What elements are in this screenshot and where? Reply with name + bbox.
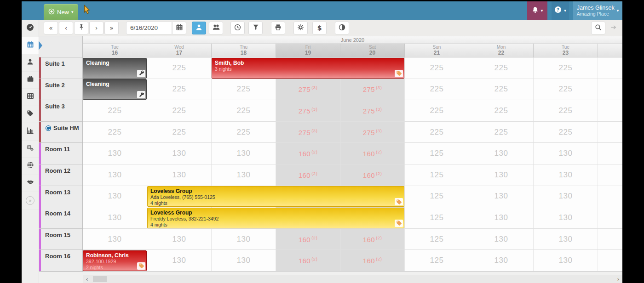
rate-cell[interactable]: 130 [147,164,212,186]
rate-cell[interactable]: 125 [405,250,469,271]
rate-cell[interactable]: 125 [405,207,469,228]
day-header-wed-17[interactable]: Wed17 [147,44,212,57]
date-picker-button[interactable] [172,22,186,34]
day-header-wed-24[interactable]: Wed24 [598,44,622,57]
sidebar-item-settings[interactable] [22,141,39,158]
rate-cell[interactable] [598,79,622,100]
day-header-thu-18[interactable]: Thu18 [212,44,276,57]
rate-cell[interactable]: 130 [534,207,598,228]
rate-cell[interactable]: 160(2) [276,143,340,164]
rate-cell[interactable]: 225 [147,79,212,100]
room-label-room-16[interactable]: Room 16 [39,250,82,272]
rate-cell[interactable]: 275(3) [340,79,405,100]
day-header-tue-23[interactable]: Tue23 [534,44,598,57]
rate-cell[interactable]: 130 [83,229,147,250]
rate-cell[interactable]: 130 [83,186,147,207]
rate-cell[interactable]: 160(2) [276,229,340,250]
rate-cell[interactable]: 225 [83,122,147,143]
rate-cell[interactable] [598,250,622,271]
room-label-suite-2[interactable]: Suite 2 [39,79,82,101]
rate-cell[interactable]: 275(3) [276,122,340,143]
rate-cell[interactable]: 130 [147,229,212,250]
rate-cell[interactable]: 225 [405,79,469,100]
rate-cell[interactable]: 130 [147,143,212,164]
group-view-button[interactable] [209,22,223,34]
rate-cell[interactable] [598,100,622,121]
sidebar-item-availability-grid[interactable] [22,89,39,106]
filter-button[interactable] [248,22,263,34]
sidebar-item-partners[interactable] [22,175,39,192]
rate-cell[interactable] [598,57,622,79]
rate-cell[interactable]: 225 [212,79,276,100]
rate-cell[interactable] [598,164,622,186]
rate-cell[interactable]: 130 [212,229,276,250]
settings-button[interactable] [293,22,308,34]
rate-cell[interactable]: 125 [405,164,469,186]
rate-cell[interactable]: 130 [469,186,534,207]
rate-cell[interactable]: 130 [469,164,534,186]
go-previous-button[interactable]: ‹ [59,22,73,34]
scroll-right-button[interactable]: › [614,276,622,283]
scroll-left-button[interactable]: ‹ [83,276,91,283]
rate-cell[interactable]: 225 [534,57,598,79]
rate-cell[interactable]: 225 [212,100,276,121]
room-label-room-13[interactable]: Room 13 [39,186,82,208]
rate-cell[interactable]: 225 [405,57,469,79]
search-button[interactable] [591,22,605,34]
rate-cell[interactable] [598,186,622,207]
rate-cell[interactable]: 225 [534,100,598,121]
rate-cell[interactable] [598,143,622,164]
contrast-button[interactable] [335,22,349,34]
rate-cell[interactable]: 130 [469,250,534,271]
rate-cell[interactable]: 160(2) [340,143,405,164]
rate-cell[interactable]: 130 [147,250,212,271]
sidebar-item-calendar[interactable] [22,37,39,55]
rate-cell[interactable]: 275(3) [340,122,405,143]
day-header-mon-22[interactable]: Mon22 [469,44,534,57]
rate-cell[interactable]: 130 [534,143,598,164]
go-last-button[interactable]: » [104,22,119,34]
print-button[interactable] [271,22,285,34]
rate-cell[interactable]: 130 [534,229,598,250]
rate-cell[interactable]: 160(2) [340,250,405,271]
notifications-button[interactable]: ▾ [527,1,547,20]
rate-cell[interactable]: 130 [534,250,598,271]
rate-cell[interactable]: 225 [405,122,469,143]
rate-cell[interactable]: 225 [534,122,598,143]
rates-button[interactable]: $ [312,22,327,34]
booking-block-loveless-group[interactable]: Loveless GroupAda Loveless, (765) 555-01… [147,186,404,207]
user-menu-button[interactable]: James Glinsek Amazing Place ▾ [573,1,622,20]
rate-cell[interactable] [598,207,622,228]
rate-cell[interactable] [598,229,622,250]
room-label-room-14[interactable]: Room 14 [39,207,82,229]
rate-cell[interactable]: 125 [405,186,469,207]
room-label-room-11[interactable]: Room 11 [39,143,82,164]
booking-block-cleaning[interactable]: Cleaning [83,79,147,100]
rate-cell[interactable]: 130 [212,164,276,186]
room-label-suite-1[interactable]: Suite 1 [39,57,82,79]
booking-block-robinson-chris[interactable]: Robinson, Chris392-100-19292 nights [83,250,147,271]
rate-cell[interactable]: 130 [534,164,598,186]
go-first-button[interactable]: « [44,22,58,34]
guest-view-button[interactable] [192,22,206,34]
rate-cell[interactable]: 130 [212,250,276,271]
time-view-button[interactable] [230,22,245,34]
sidebar-item-luggage[interactable] [22,72,39,89]
rate-cell[interactable]: 130 [469,229,534,250]
rate-cell[interactable]: 225 [83,100,147,121]
rate-cell[interactable]: 225 [147,57,212,79]
rate-cell[interactable]: 225 [469,57,534,79]
rate-cell[interactable]: 130 [212,143,276,164]
day-header-sat-20[interactable]: Sat20 [340,44,405,57]
rate-cell[interactable]: 160(2) [276,164,340,186]
rate-cell[interactable]: 225 [212,122,276,143]
rate-cell[interactable]: 130 [83,164,147,186]
day-header-sun-21[interactable]: Sun21 [405,44,469,57]
rate-cell[interactable]: 225 [147,122,212,143]
rate-cell[interactable]: 130 [83,143,147,164]
rate-cell[interactable]: 225 [147,100,212,121]
day-header-tue-16[interactable]: Tue16 [83,44,147,57]
rate-cell[interactable]: 275(3) [340,100,405,121]
rate-cell[interactable]: 225 [469,79,534,100]
booking-block-cleaning[interactable]: Cleaning [83,58,147,79]
